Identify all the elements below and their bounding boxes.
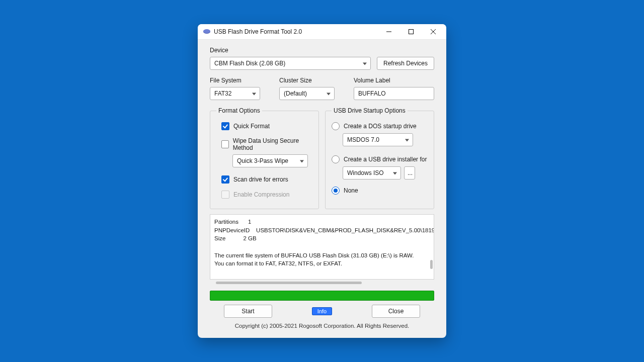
filesystem-label: File System	[210, 77, 260, 84]
vertical-scrollbar-thumb[interactable]	[430, 260, 433, 269]
device-label: Device	[210, 47, 434, 54]
wipe-data-checkbox[interactable]	[221, 140, 229, 148]
volume-label-label: Volume Label	[354, 77, 434, 84]
iso-select[interactable]: Windows ISO	[343, 166, 401, 179]
info-button[interactable]: Info	[312, 307, 332, 315]
start-button[interactable]: Start	[224, 305, 272, 318]
wipe-method-select[interactable]: Quick 3-Pass Wipe	[232, 154, 308, 167]
svg-point-1	[203, 29, 210, 33]
usb-installer-label: Create a USB drive installer for	[344, 156, 427, 163]
dos-startup-label: Create a DOS startup drive	[344, 123, 417, 130]
cluster-size-select[interactable]: (Default)	[279, 87, 335, 100]
cluster-size-label: Cluster Size	[279, 77, 335, 84]
volume-label-input[interactable]	[354, 87, 434, 100]
dos-startup-radio[interactable]	[332, 122, 340, 130]
scan-errors-checkbox[interactable]	[221, 175, 229, 184]
device-select[interactable]: CBM Flash Disk (2.08 GB)	[210, 57, 371, 70]
none-radio[interactable]	[332, 187, 340, 195]
startup-options-legend: USB Drive Startup Options	[332, 107, 408, 114]
window-title: USB Flash Drive Format Tool 2.0	[214, 28, 378, 35]
close-button[interactable]: Close	[372, 305, 420, 318]
wipe-data-label: Wipe Data Using Secure Method	[233, 137, 312, 151]
client-area: Device CBM Flash Disk (2.08 GB) Refresh …	[198, 40, 446, 338]
format-options-group: Format Options Quick Format Wipe Data Us…	[210, 107, 319, 209]
format-options-legend: Format Options	[216, 107, 262, 114]
copyright-text: Copyright (c) 2005-2021 Rogosoft Corpora…	[210, 318, 434, 333]
device-info-text: Partitions 1 PNPDeviceID USBSTOR\DISK&VE…	[214, 219, 434, 266]
none-label: None	[344, 187, 358, 194]
scan-errors-label: Scan drive for errors	[233, 176, 288, 183]
filesystem-select[interactable]: FAT32	[210, 87, 260, 100]
titlebar: USB Flash Drive Format Tool 2.0	[198, 24, 446, 40]
usb-installer-radio[interactable]	[332, 155, 340, 163]
progress-bar	[210, 291, 434, 301]
quick-format-label: Quick Format	[233, 123, 270, 130]
browse-iso-button[interactable]: ...	[404, 166, 415, 179]
app-window: USB Flash Drive Format Tool 2.0 Device C…	[198, 24, 446, 338]
startup-options-group: USB Drive Startup Options Create a DOS s…	[325, 107, 434, 209]
minimize-button[interactable]	[378, 24, 400, 39]
horizontal-scrollbar[interactable]	[210, 281, 434, 286]
refresh-devices-button[interactable]: Refresh Devices	[377, 57, 434, 70]
quick-format-checkbox[interactable]	[221, 122, 229, 130]
device-info-box[interactable]: Partitions 1 PNPDeviceID USBSTOR\DISK&VE…	[210, 214, 434, 280]
app-icon	[203, 28, 211, 36]
close-window-button[interactable]	[422, 24, 444, 39]
dos-version-select[interactable]: MSDOS 7.0	[343, 133, 413, 146]
maximize-button[interactable]	[400, 24, 422, 39]
enable-compression-checkbox	[221, 191, 229, 199]
svg-rect-3	[409, 30, 414, 34]
horizontal-scrollbar-thumb[interactable]	[216, 282, 362, 284]
enable-compression-label: Enable Compression	[233, 191, 289, 198]
